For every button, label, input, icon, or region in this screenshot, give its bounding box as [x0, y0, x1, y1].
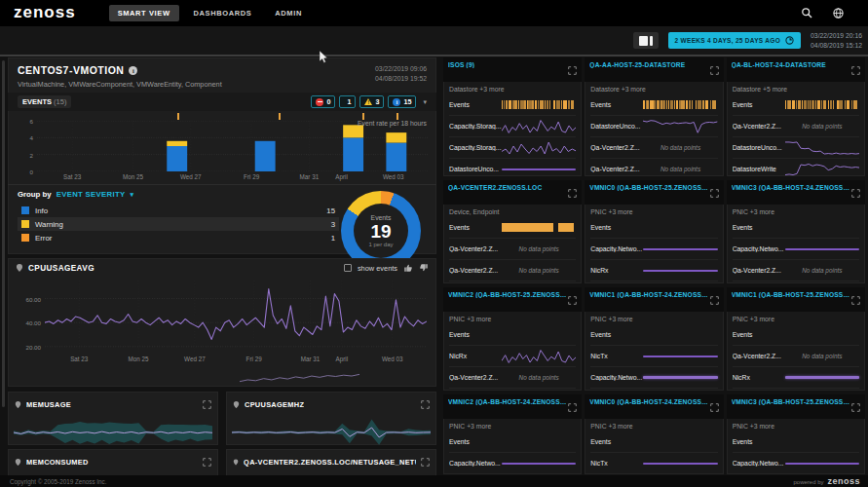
severity-badge-critical[interactable]: 0 — [311, 95, 335, 108]
metric-label: NicRx — [449, 353, 502, 359]
severity-badge-info[interactable]: i15 — [388, 95, 416, 108]
expand-icon[interactable] — [710, 398, 719, 416]
thumbs-down-icon[interactable] — [419, 263, 429, 273]
search-icon[interactable] — [800, 7, 813, 20]
expand-icon[interactable] — [710, 291, 719, 309]
entity-card-subtitle: PNIC +3 more — [727, 419, 865, 431]
expand-icon[interactable] — [568, 291, 577, 309]
event-strip-segment — [804, 100, 807, 109]
metric-label: Events — [449, 438, 502, 445]
entity-card[interactable]: VMNIC1 (QA-BB-HOST-25.ZENOSS.LAB)PNIC +3… — [727, 287, 865, 391]
entity-card[interactable]: VMNIC3 (QA-BB-HOST-25.ZENOSS.LAB)PNIC +3… — [727, 394, 865, 474]
event-strip-segment — [681, 100, 685, 109]
time-range-label: 2 WEEKS 4 DAYS, 25 DAYS AGO — [675, 37, 781, 44]
legend-row-error[interactable]: Error1 — [18, 231, 339, 244]
entity-card-title[interactable]: VMNIC0 (QA-BB-HOST-24.ZENOSS.LAB) — [589, 398, 709, 405]
entity-card[interactable]: QA-VCENTER2.ZENOSS.LOCDevice, EndpointEv… — [443, 180, 582, 283]
expand-icon[interactable] — [421, 395, 430, 413]
entity-card-title[interactable]: ISOS (9) — [448, 61, 568, 68]
metric-label: DatastoreUnco... — [590, 123, 643, 130]
event-strip-segment — [547, 100, 548, 109]
metric-label: Events — [449, 331, 502, 338]
metric-row: Qa-Vcenter2.Z...No data points — [733, 281, 859, 283]
metric-label: Qa-Vcenter2.Z... — [733, 353, 785, 359]
expand-icon[interactable] — [568, 61, 577, 79]
event-strip-segment — [705, 100, 708, 109]
entity-card-title[interactable]: VMNIC0 (QA-BB-HOST-25.ZENOSS.LAB) — [589, 184, 709, 191]
nav-item-admin[interactable]: ADMIN — [266, 5, 311, 21]
entity-card[interactable]: VMNIC2 (QA-BB-HOST-25.ZENOSS.LAB)PNIC +3… — [443, 287, 582, 391]
metric-visual: No data points — [643, 159, 717, 176]
entity-card[interactable]: VMNIC1 (QA-BB-HOST-24.ZENOSS.LAB)PNIC +3… — [585, 287, 723, 391]
expand-icon[interactable] — [851, 291, 860, 309]
metric-visual — [643, 260, 717, 281]
severity-badge-error[interactable]: 1 — [339, 95, 356, 108]
no-data-text: No data points — [643, 166, 717, 172]
entity-card-title[interactable]: QA-AA-HOST-25-DATASTORE — [589, 61, 709, 68]
entity-card[interactable]: QA-AA-HOST-25-DATASTOREDatastore +3 more… — [585, 57, 723, 176]
metric-visual — [502, 431, 576, 452]
expand-icon[interactable] — [710, 61, 719, 79]
event-strip-segment — [545, 100, 547, 109]
event-tick — [177, 113, 179, 120]
entity-card-rows: EventsNicTxCapacity.Netwo...Qa-Vcenter2.… — [585, 323, 723, 391]
entity-card-title[interactable]: VMNIC2 (QA-BB-HOST-25.ZENOSS.LAB) — [448, 291, 568, 298]
entity-card[interactable]: QA-BL-HOST-24-DATASTOREDatastore +5 more… — [727, 57, 865, 176]
severity-badge-warning[interactable]: 3 — [359, 95, 384, 108]
expand-icon[interactable] — [851, 398, 860, 416]
entity-card-title[interactable]: VMNIC3 (QA-BB-HOST-24.ZENOSS.LAB) — [732, 184, 851, 191]
cpuusageavg-title: CPUUSAGEAVG — [28, 264, 94, 273]
entity-card-header: QA-AA-HOST-25-DATASTORE — [585, 57, 723, 82]
zenoss-smart-view-app: zenoss SMART VIEWDASHBOARDSADMIN 2 WEEKS… — [0, 0, 868, 487]
globe-icon[interactable] — [831, 7, 845, 20]
entity-card-title[interactable]: VMNIC1 (QA-BB-HOST-24.ZENOSS.LAB) — [589, 291, 709, 298]
entity-card-title[interactable]: QA-VCENTER2.ZENOSS.LOC — [448, 184, 568, 191]
legend-row-warning[interactable]: Warning3 — [18, 217, 339, 231]
metric-row: NicTx — [590, 452, 717, 473]
expand-icon[interactable] — [568, 398, 577, 416]
legend-row-info[interactable]: Info15 — [18, 204, 339, 217]
thumbs-up-icon[interactable] — [403, 263, 413, 273]
metric-label: Events — [590, 224, 643, 231]
memconsumed-tile: MEMCONSUMED — [8, 449, 218, 476]
memconsumed-title: MEMCONSUMED — [26, 458, 89, 467]
entity-card[interactable]: VMNIC2 (QA-BB-HOST-24.ZENOSS.LAB)PNIC +3… — [443, 394, 582, 474]
metric-label: Events — [449, 224, 502, 231]
expand-icon[interactable] — [851, 61, 860, 79]
event-strip-segment — [643, 100, 644, 109]
entity-card[interactable]: ISOS (9)Datastore +3 moreEventsCapacity.… — [443, 57, 582, 176]
expand-icon[interactable] — [203, 453, 211, 470]
metric-label: Capacity.Netwo... — [590, 374, 643, 381]
cpuusagemhz-tile: CPUUSAGEMHZ — [226, 392, 436, 445]
metric-row: NicRx — [590, 259, 717, 281]
filter-caret-icon[interactable]: ▾ — [423, 98, 427, 106]
nav-item-dashboards[interactable]: DASHBOARDS — [185, 5, 261, 21]
time-range-button[interactable]: 2 WEEKS 4 DAYS, 25 DAYS AGO — [668, 32, 802, 49]
event-strip-segment — [563, 100, 566, 109]
entity-card-title[interactable]: QA-BL-HOST-24-DATASTORE — [732, 61, 851, 68]
entity-card[interactable]: VMNIC0 (QA-BB-HOST-25.ZENOSS.LAB)PNIC +3… — [585, 180, 723, 283]
metric-row: Events — [449, 94, 576, 115]
metric-row: Qa-Vcenter2.Z...No data points — [733, 259, 859, 281]
event-strip-segment — [561, 100, 562, 109]
entity-card[interactable]: VMNIC0 (QA-BB-HOST-24.ZENOSS.LAB)PNIC +3… — [585, 394, 723, 474]
scrollbar[interactable] — [2, 60, 5, 407]
metric-visual — [785, 239, 859, 259]
info-icon[interactable]: i — [129, 66, 137, 75]
expand-icon[interactable] — [710, 184, 719, 202]
entity-card-title[interactable]: VMNIC1 (QA-BB-HOST-25.ZENOSS.LAB) — [732, 291, 851, 298]
expand-icon[interactable] — [421, 453, 430, 470]
copyright-text: Copyright © 2005-2019 Zenoss Inc. — [10, 478, 107, 485]
entity-card-title[interactable]: VMNIC2 (QA-BB-HOST-24.ZENOSS.LAB) — [448, 398, 568, 405]
expand-icon[interactable] — [203, 395, 211, 413]
nav-item-smart-view[interactable]: SMART VIEW — [109, 5, 179, 21]
panel-toggle-icon[interactable] — [633, 32, 659, 49]
metric-flatline — [643, 356, 717, 357]
metric-visual — [785, 389, 859, 391]
expand-icon[interactable] — [568, 184, 577, 202]
show-events-checkbox[interactable] — [344, 264, 352, 272]
expand-icon[interactable] — [851, 184, 860, 202]
entity-card-title[interactable]: VMNIC3 (QA-BB-HOST-25.ZENOSS.LAB) — [732, 398, 851, 405]
metric-row: PerfCollectionE... — [449, 281, 576, 283]
entity-card[interactable]: VMNIC3 (QA-BB-HOST-24.ZENOSS.LAB)PNIC +3… — [727, 180, 865, 283]
